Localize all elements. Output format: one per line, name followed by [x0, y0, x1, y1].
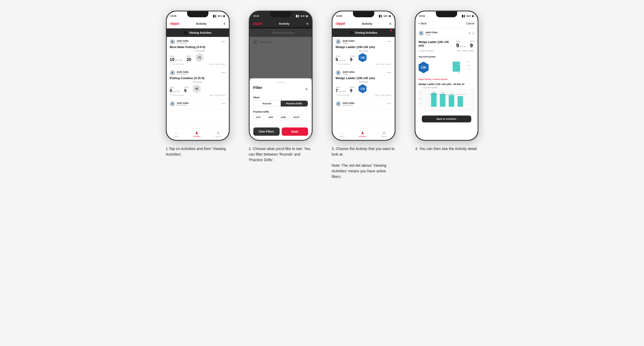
score-value-3-2: 7 OUT OF [336, 88, 346, 93]
svg-text:130: 130 [457, 63, 460, 65]
detail-out-of: OUT OF [460, 46, 466, 48]
activity-card-1-1[interactable]: 👤 Josh Coles 28 Feb 2023 ••• Must Make P… [167, 37, 229, 68]
user-name-3-2: Josh Coles [343, 71, 355, 73]
card-header-1-1: 👤 Josh Coles 28 Feb 2023 ••• [170, 39, 226, 44]
expand-icon[interactable]: ⤢ [472, 32, 474, 35]
nav-activities-3[interactable]: ♟ Activities [359, 131, 367, 137]
card-menu-1-2[interactable]: ••• [221, 71, 226, 75]
user-date-1-3: 28 Feb 2023 [177, 104, 189, 106]
back-button[interactable]: < Back [419, 22, 427, 25]
cancel-button[interactable]: Cancel [466, 22, 474, 25]
phone-2-screen: 13:21 ▐▌▌ WiFi ▣ clippd Activity ≡ ⚙ V [250, 11, 312, 140]
avatar-1-3: 👤 [170, 101, 175, 106]
card-menu-1-3[interactable]: ••• [221, 102, 226, 106]
detail-header-4: < Back Cancel [415, 19, 478, 28]
phone-notch-1 [187, 11, 208, 17]
battery-icon-2: ▣ [306, 15, 308, 17]
phone-3-frame: 13:20 ▐▌▌ WiFi ▣ clippd Activity ≡ ⚙ Vie… [332, 11, 395, 141]
close-icon[interactable]: ✕ [305, 87, 308, 91]
viewing-banner-1[interactable]: ⚙ Viewing Activities [167, 28, 229, 37]
phone-1-frame: 13:20 ▐▌▌ WiFi ▣ clippd Activity ≡ ⚙ V [166, 11, 230, 141]
nav-capture-label-1: Capture [215, 135, 221, 137]
user-info-3-3: Josh Coles 28 Feb 2023 [343, 102, 355, 106]
detail-info-text: ⓘ Test Information [419, 50, 434, 52]
card-user-1-3: 👤 Josh Coles 28 Feb 2023 [170, 101, 189, 106]
user-info-1-2: Josh Coles 28 Feb 2023 [177, 71, 189, 75]
svg-text:129: 129 [441, 92, 444, 94]
session-chart-svg: 140 100 60 132 129 124 [419, 90, 474, 111]
card-header-3-3: 👤 Josh Coles 28 Feb 2023 ••• [336, 101, 392, 106]
nav-capture-3[interactable]: ⊕ Capture [381, 131, 387, 137]
activity-card-1-2[interactable]: 👤 Josh Coles 28 Feb 2023 ••• Putting Com… [167, 68, 229, 99]
status-icons-2: ▐▌▌ WiFi ▣ [295, 15, 308, 17]
phone-notch-4 [436, 11, 457, 17]
activity-card-3-2[interactable]: 👤 Josh Coles Today ••• Wedge Ladder (100… [332, 68, 395, 99]
home-icon-1: ⌂ [175, 131, 177, 135]
nav-home-1[interactable]: ⌂ Home [174, 131, 179, 137]
card-footer-1-2: ⓘ Test Information Data: Clippd Capture [170, 94, 226, 97]
rounds-toggle[interactable]: Rounds [254, 101, 281, 106]
menu-icon-1[interactable]: ≡ [223, 22, 225, 26]
caption-2: 2. Choose what you'd like to see. You ca… [249, 146, 313, 163]
activity-card-3-1[interactable]: 👤 Josh Coles Today ••• Wedge Ladder (100… [332, 37, 395, 68]
phone-3-col: 13:20 ▐▌▌ WiFi ▣ clippd Activity ≡ ⚙ Vie… [326, 11, 401, 180]
chip-app[interactable]: APP [266, 115, 276, 120]
score-value-1-1: 10 OUT OF [170, 57, 182, 62]
activity-card-3-3[interactable]: 👤 Josh Coles 28 Feb 2023 ••• [332, 99, 395, 110]
phone-1-col: 13:20 ▐▌▌ WiFi ▣ clippd Activity ≡ ⚙ V [161, 11, 235, 157]
menu-icon-2[interactable]: ≡ [306, 22, 308, 26]
shots-group-1-2: Shots 9 [184, 86, 189, 93]
user-name-1-1: Josh Coles [177, 40, 189, 42]
chip-putt[interactable]: PUTT [291, 115, 303, 120]
svg-text:132: 132 [432, 91, 435, 93]
phone-4-screen: 13:21 ▐▌▌ WiFi ▣ < Back Cancel 👤 [415, 11, 478, 140]
quality-label-3-2: Shot Quality [359, 81, 368, 83]
score-group-3-1: Score 9 OUT OF [336, 55, 346, 62]
chip-ott[interactable]: OTT [253, 115, 264, 120]
quality-hex-3-2: 118 [359, 84, 367, 93]
menu-icon-3[interactable]: ≡ [389, 22, 391, 26]
nav-home-3[interactable]: ⌂ Home [340, 131, 345, 137]
shots-label-1-1: Shots [187, 55, 191, 57]
card-header-3-1: 👤 Josh Coles Today ••• [336, 39, 392, 44]
quality-label-1-2: Shot Quality [193, 81, 202, 83]
card-menu-3-3[interactable]: ••• [387, 102, 392, 106]
svg-rect-13 [431, 93, 436, 107]
status-time-1: 13:20 [170, 15, 176, 17]
modal-overlay: Filter ✕ Show Rounds Practice Drills Pra… [250, 27, 312, 140]
edit-icon[interactable]: ✏ [469, 32, 471, 35]
back-activities-button[interactable]: Back to Activities [422, 116, 471, 122]
activity-card-1-3[interactable]: 👤 Josh Coles 28 Feb 2023 ••• [167, 99, 229, 110]
shots-label-1-2: Shots [184, 86, 189, 88]
practice-drills-toggle[interactable]: Practice Drills [281, 101, 308, 106]
caption-3: 3. Choose the Activity that you want to … [332, 146, 395, 180]
app-logo-2: clippd [253, 22, 262, 25]
avg-section: Avg Shot Quality 130 130 100 50 0 130 [415, 54, 478, 77]
chip-arg[interactable]: ARG [278, 115, 289, 120]
nav-capture-1[interactable]: ⊕ Capture [215, 131, 221, 137]
card-menu-3-1[interactable]: ••• [387, 40, 392, 44]
svg-rect-19 [457, 96, 463, 107]
apply-button[interactable]: Apply [282, 127, 308, 136]
filter-toggle-row: Rounds Practice Drills [253, 100, 308, 107]
card-stats-1-1: Score 10 OUT OF Shots 20 [170, 50, 226, 62]
avatar-1-2: 👤 [170, 70, 175, 75]
card-menu-3-2[interactable]: ••• [387, 71, 392, 75]
svg-text:50: 50 [468, 69, 470, 70]
nav-activities-1[interactable]: ♟ Activities [193, 131, 201, 137]
session-section: Wedge Ladder (100–140 yds) - 06 Mar 23 →… [415, 81, 478, 112]
bottom-nav-3: ⌂ Home ♟ Activities ⊕ Capture [332, 128, 395, 140]
detail-user-info: Josh Coles Today [426, 31, 437, 36]
quality-label-3-1: Shot Quality [359, 50, 368, 52]
status-icons-1: ▐▌▌ WiFi ▣ [212, 15, 225, 17]
score-num-1-2: 0 [170, 88, 172, 93]
viewing-banner-3[interactable]: ⚙ Viewing Activities [332, 28, 395, 37]
clear-filters-button[interactable]: Clear Filters [253, 127, 280, 136]
shots-label-3-2: Shots [350, 86, 355, 88]
quality-hex-3-1: 130 [359, 53, 367, 62]
card-menu-1-1[interactable]: ••• [221, 40, 226, 44]
score-group-1-2: Score 0 OUT OF [170, 86, 180, 93]
home-icon-3: ⌂ [341, 131, 343, 135]
shots-num-1-1: 20 [187, 57, 191, 62]
scroll-content-1: 👤 Josh Coles 28 Feb 2023 ••• Must Make P… [167, 37, 229, 128]
